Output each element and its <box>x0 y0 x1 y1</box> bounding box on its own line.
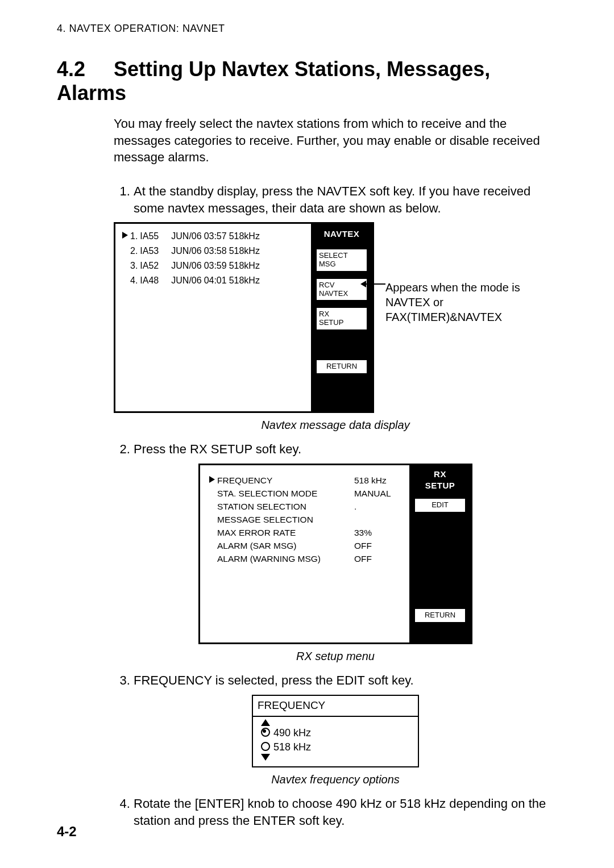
table-row: 4.IA48JUN/0604:01518kHz <box>122 274 262 289</box>
arrow-left-icon <box>365 283 385 285</box>
fig1-soft-title: NAVTEX <box>324 227 360 242</box>
fig2-softkey-column: RX SETUP EDIT RETURN <box>409 465 471 642</box>
radio-icon <box>261 742 270 751</box>
table-row: MAX ERROR RATE33% <box>208 527 401 540</box>
rx-setup-softkey[interactable]: RXSETUP <box>316 307 368 331</box>
fig2-screen: FREQUENCY518 kHzSTA. SELECTION MODEMANUA… <box>198 464 472 644</box>
intro-paragraph: You may freely select the navtex station… <box>114 115 557 166</box>
frequency-option[interactable]: 490 kHz <box>261 726 412 740</box>
triangle-down-icon <box>261 754 270 761</box>
return-softkey[interactable]: RETURN <box>316 359 368 374</box>
step-4-text: Rotate the [ENTER] knob to choose 490 kH… <box>134 796 546 828</box>
page-number: 4-2 <box>57 824 77 840</box>
fig3-title: FREQUENCY <box>253 696 418 717</box>
figure-2: FREQUENCY518 kHzSTA. SELECTION MODEMANUA… <box>114 464 557 644</box>
figure-1: 1.IA55JUN/0603:57518kHz2.IA53JUN/0603:58… <box>114 222 557 413</box>
fig2-menu: FREQUENCY518 kHzSTA. SELECTION MODEMANUA… <box>200 465 409 642</box>
step-3-text: FREQUENCY is selected, press the EDIT so… <box>134 673 414 687</box>
fig2-soft-title-b: SETUP <box>425 480 455 494</box>
table-row: 3.IA52JUN/0603:59518kHz <box>122 259 262 274</box>
return-softkey-2[interactable]: RETURN <box>414 608 466 623</box>
frequency-option[interactable]: 518 kHz <box>261 740 412 754</box>
table-row: 2.IA53JUN/0603:58518kHz <box>122 244 262 259</box>
figure-3: FREQUENCY 490 kHz518 kHz <box>114 695 557 767</box>
fig1-message-list: 1.IA55JUN/0603:57518kHz2.IA53JUN/0603:58… <box>115 224 311 411</box>
fig3-body: 490 kHz518 kHz <box>253 717 418 766</box>
steps-list: At the standby display, press the NAVTEX… <box>114 183 557 829</box>
fig1-callout: Appears when the mode is NAVTEX or FAX(T… <box>385 280 557 324</box>
fig2-soft-title-a: RX <box>434 468 446 480</box>
fig2-caption: RX setup menu <box>114 649 557 664</box>
edit-softkey[interactable]: EDIT <box>414 498 466 513</box>
section-title-text: Setting Up Navtex Stations, Messages, Al… <box>57 57 490 105</box>
fig1-caption: Navtex message data display <box>114 418 557 433</box>
table-row: 1.IA55JUN/0603:57518kHz <box>122 229 262 244</box>
section-heading: 4.2Setting Up Navtex Stations, Messages,… <box>57 57 557 105</box>
radio-icon <box>261 728 270 737</box>
step-3: FREQUENCY is selected, press the EDIT so… <box>134 672 557 787</box>
step-2: Press the RX SETUP soft key. FREQUENCY51… <box>134 441 557 664</box>
table-row: ALARM (WARNING MSG)OFF <box>208 553 401 566</box>
fig1-softkey-column: NAVTEX SELECTMSG RCVNAVTEX RXSETUP RETUR… <box>311 224 372 411</box>
fig1-callout-text: Appears when the mode is NAVTEX or FAX(T… <box>385 281 520 323</box>
section-number: 4.2 <box>57 57 114 81</box>
step-2-text: Press the RX SETUP soft key. <box>134 442 301 456</box>
select-msg-softkey[interactable]: SELECTMSG <box>316 248 368 272</box>
table-row: STATION SELECTION. <box>208 500 401 514</box>
table-row: MESSAGE SELECTION <box>208 514 401 527</box>
page-header: 4. NAVTEX OPERATION: NAVNET <box>57 23 557 35</box>
cursor-icon <box>209 476 215 483</box>
table-row: ALARM (SAR MSG)OFF <box>208 540 401 553</box>
cursor-icon <box>122 232 128 239</box>
table-row: FREQUENCY518 kHz <box>208 474 401 487</box>
fig1-screen: 1.IA55JUN/0603:57518kHz2.IA53JUN/0603:58… <box>114 222 374 413</box>
step-1: At the standby display, press the NAVTEX… <box>134 183 557 433</box>
step-4: Rotate the [ENTER] knob to choose 490 kH… <box>134 795 557 829</box>
fig3-dialog: FREQUENCY 490 kHz518 kHz <box>252 695 419 767</box>
table-row: STA. SELECTION MODEMANUAL <box>208 487 401 500</box>
triangle-up-icon <box>261 719 270 726</box>
fig3-caption: Navtex frequency options <box>114 772 557 787</box>
step-1-text: At the standby display, press the NAVTEX… <box>134 184 530 215</box>
